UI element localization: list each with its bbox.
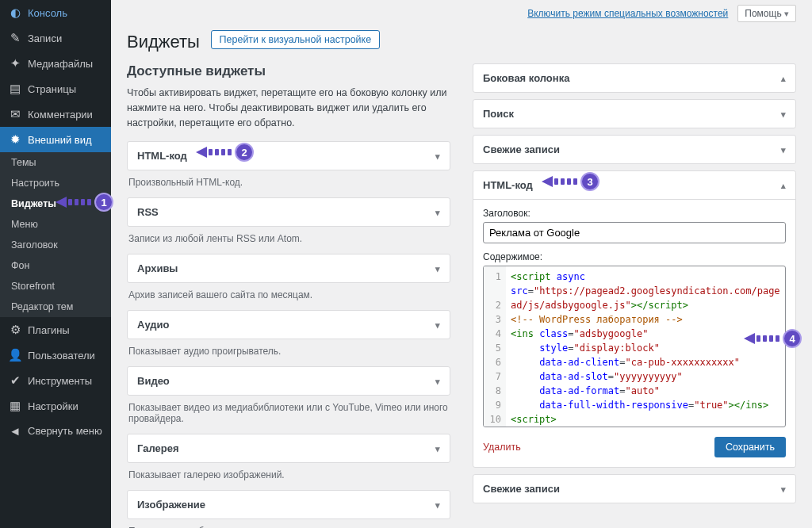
menu-appearance[interactable]: ✹Внешний вид [0, 127, 111, 152]
submenu-background[interactable]: Фон [0, 255, 111, 276]
chevron-down-icon [784, 8, 789, 19]
visual-customize-button[interactable]: Перейти к визуальной настройке [211, 30, 381, 49]
chevron-down-icon [781, 483, 786, 495]
user-icon: 👤 [8, 348, 22, 362]
widget-html-header[interactable]: HTML-код 3 [473, 171, 795, 199]
callout-2: 2 [196, 143, 254, 162]
submenu-label: Storefront [11, 281, 55, 292]
widget-desc: Показывает видео из медиабиблиотеки или … [128, 402, 450, 424]
menu-users[interactable]: 👤Пользователи [0, 342, 111, 368]
submenu-themes[interactable]: Темы [0, 152, 111, 173]
menu-label: Плагины [28, 324, 70, 336]
page-icon: ▤ [8, 82, 22, 96]
delete-link[interactable]: Удалить [483, 442, 521, 453]
accessibility-link[interactable]: Включить режим специальных возможностей [527, 8, 728, 19]
menu-dashboard[interactable]: ◐Консоль [0, 0, 111, 25]
menu-comments[interactable]: ✉Комментарии [0, 101, 111, 127]
widget-title: Аудио [137, 319, 169, 331]
chevron-down-icon [781, 143, 786, 155]
sidebar-area-column: Боковая колонка Поиск Свежие записи HTML… [473, 63, 796, 528]
widget-search[interactable]: Поиск [473, 99, 796, 128]
menu-pages[interactable]: ▤Страницы [0, 76, 111, 101]
code-editor[interactable]: 1 2345678910 11 <script asyncsrc="https:… [483, 266, 786, 427]
submenu-label: Редактор тем [11, 301, 73, 312]
submenu-label: Заголовок [11, 239, 58, 251]
callout-number: 1 [94, 193, 113, 212]
available-widget[interactable]: Видео [127, 366, 450, 396]
available-widget[interactable]: Галерея [127, 434, 450, 463]
title-input[interactable] [483, 222, 786, 243]
admin-sidebar: ◐Консоль ✎Записи ✦Медиафайлы ▤Страницы ✉… [0, 0, 111, 528]
widget-recent-2[interactable]: Свежие записи [473, 474, 796, 503]
submenu-header[interactable]: Заголовок [0, 235, 111, 255]
menu-label: Внешний вид [28, 134, 92, 146]
menu-label: Свернуть меню [28, 425, 102, 437]
available-widget[interactable]: Изображение [127, 490, 450, 519]
dashboard-icon: ◐ [8, 6, 22, 20]
submenu-label: Темы [11, 157, 36, 168]
submenu-menus[interactable]: Меню [0, 214, 111, 235]
menu-posts[interactable]: ✎Записи [0, 25, 111, 51]
chevron-down-icon [781, 108, 786, 120]
widget-title: HTML-код [137, 150, 187, 162]
content-label: Содержимое: [483, 251, 786, 262]
widget-title: Поиск [483, 108, 514, 120]
menu-label: Настройки [28, 400, 79, 412]
widget-desc: Архив записей вашего сайта по месяцам. [128, 289, 450, 300]
widget-title: Свежие записи [483, 143, 560, 155]
available-widget[interactable]: Аудио [127, 310, 450, 339]
chevron-up-icon [781, 72, 786, 84]
widget-desc: Произвольный HTML-код. [128, 177, 450, 188]
widget-title: Галерея [137, 442, 179, 454]
menu-tools[interactable]: ✔Инструменты [0, 368, 111, 393]
widget-title: Свежие записи [483, 483, 560, 495]
widget-desc: Показывает аудио проигрыватель. [128, 346, 450, 357]
menu-media[interactable]: ✦Медиафайлы [0, 51, 111, 76]
menu-settings[interactable]: ▦Настройки [0, 393, 111, 419]
title-label: Заголовок: [483, 208, 786, 219]
available-help-text: Чтобы активировать виджет, перетащите ег… [127, 86, 450, 130]
submenu-storefront[interactable]: Storefront [0, 276, 111, 297]
chevron-down-icon [435, 206, 440, 218]
submenu-label: Настроить [11, 178, 59, 189]
callout-3: 3 [542, 172, 599, 191]
brush-icon: ✹ [8, 132, 22, 147]
help-button[interactable]: Помощь [737, 5, 796, 22]
submenu-label: Виджеты [11, 198, 56, 209]
available-widget[interactable]: RSS [127, 197, 450, 227]
available-widgets-column: Доступные виджеты Чтобы активировать вид… [127, 63, 450, 528]
chevron-down-icon [435, 262, 440, 274]
menu-label: Записи [28, 33, 62, 44]
widget-title: Изображение [137, 499, 205, 511]
chevron-down-icon [435, 319, 440, 331]
appearance-submenu: Темы Настроить Виджеты 1 Меню Заголовок … [0, 152, 111, 317]
save-button[interactable]: Сохранить [714, 437, 786, 457]
topbar: Включить режим специальных возможностей … [127, 0, 796, 27]
callout-1: 1 [56, 193, 113, 212]
collapse-icon: ◄ [8, 424, 22, 438]
wrench-icon: ✔ [8, 373, 22, 388]
sidebar-area-header[interactable]: Боковая колонка [473, 63, 796, 93]
available-widget[interactable]: HTML-код2 [127, 141, 450, 170]
available-heading: Доступные виджеты [127, 63, 450, 79]
available-widget[interactable]: Архивы [127, 254, 450, 283]
widget-title: Архивы [137, 262, 178, 274]
help-label: Помощь [745, 8, 781, 19]
chevron-down-icon [435, 499, 440, 511]
widget-html-open: HTML-код 3 Заголовок: Содержимое: [473, 170, 796, 468]
menu-label: Консоль [28, 7, 67, 19]
comment-icon: ✉ [8, 107, 22, 121]
callout-number: 4 [783, 329, 802, 348]
chevron-up-icon [781, 179, 786, 191]
callout-number: 2 [235, 143, 254, 162]
widget-recent[interactable]: Свежие записи [473, 135, 796, 164]
menu-label: Страницы [28, 83, 76, 95]
menu-plugins[interactable]: ⚙Плагины [0, 317, 111, 342]
widget-desc: Показывает галерею изображений. [128, 469, 450, 480]
menu-collapse[interactable]: ◄Свернуть меню [0, 419, 111, 443]
widget-title: Видео [137, 375, 170, 387]
submenu-customize[interactable]: Настроить [0, 173, 111, 193]
submenu-editor[interactable]: Редактор тем [0, 297, 111, 317]
menu-label: Инструменты [28, 375, 92, 387]
submenu-widgets[interactable]: Виджеты 1 [0, 193, 111, 214]
